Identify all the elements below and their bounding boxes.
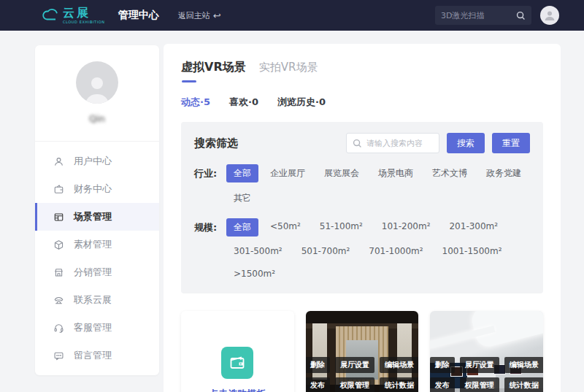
card-actions: 删除展厅设置编辑场景 发布权限管理统计数据 <box>430 357 543 392</box>
sidebar-item-7[interactable]: 客服管理 <box>35 314 159 342</box>
sidebar-item-label: 留言管理 <box>74 349 112 362</box>
filter-chip[interactable]: 其它 <box>226 189 258 207</box>
filter-row-label: 规模: <box>194 218 226 282</box>
sidebar-item-label: 客服管理 <box>74 321 112 334</box>
cube-icon <box>53 239 64 250</box>
sidebar-item-label: 素材管理 <box>74 238 112 251</box>
sub-tab-2[interactable]: 喜欢·0 <box>229 96 258 109</box>
buy-template-label: 点击选购模板 <box>209 388 266 392</box>
sidebar-menu: 用户中心财务中心场景管理素材管理分销管理联系云展客服管理留言管理 <box>35 142 159 369</box>
card-action-button[interactable]: 权限管理 <box>460 377 499 392</box>
card-action-button[interactable]: 权限管理 <box>335 377 374 392</box>
filter-chip[interactable]: 展览展会 <box>317 164 366 182</box>
avatar-person-icon <box>543 9 556 22</box>
search-icon[interactable] <box>516 11 526 20</box>
filter-options: 全部<50m²51-100m²101-200m²201-300m²301-500… <box>226 218 530 282</box>
filter-chip[interactable]: 101-200m² <box>374 218 438 237</box>
filter-rows: 行业: 全部企业展厅展览展会场景电商艺术文博政务党建其它规模: 全部<50m²5… <box>194 164 530 282</box>
filter-chip[interactable]: 501-700m² <box>294 243 358 259</box>
filter-row-2: 规模: 全部<50m²51-100m²101-200m²201-300m²301… <box>194 218 530 282</box>
scene-icon <box>53 212 64 223</box>
filter-chip[interactable]: 场景电商 <box>371 164 420 182</box>
reset-button[interactable]: 重置 <box>492 133 530 153</box>
filter-chip[interactable]: 201-300m² <box>442 218 505 237</box>
sidebar-item-label: 场景管理 <box>74 210 112 223</box>
sub-tabs: 动态·5喜欢·0浏览历史·0 <box>181 96 543 109</box>
scene-card-1[interactable]: 删除展厅设置编辑场景 发布权限管理统计数据 新中式展厅 发布者: 0 0 购买次… <box>306 311 419 392</box>
scene-thumbnail[interactable]: 删除展厅设置编辑场景 发布权限管理统计数据 <box>306 311 419 392</box>
sidebar-item-6[interactable]: 联系云展 <box>35 286 159 314</box>
top-header: 云展 CLOUD EXHIBITION 管理中心 返回主站 ↩ <box>0 0 584 31</box>
search-filter-panel: 搜索筛选 搜索 重置 行业: 全部企业展厅展览展会场景电商艺术文博政务党建其它规… <box>181 122 543 293</box>
wallet-buy-icon <box>221 347 253 379</box>
card-action-button[interactable]: 编辑场景 <box>504 357 543 373</box>
filter-chip[interactable]: 企业展厅 <box>263 164 312 182</box>
card-action-button[interactable]: 统计数据 <box>504 377 543 392</box>
search-icon <box>353 139 362 148</box>
sidebar-item-3[interactable]: 场景管理 <box>35 203 159 231</box>
scene-cards-grid: 点击选购模板 删除展厅设置编辑场景 发布权限管理统计数据 新中式展厅 发布者: … <box>181 311 543 392</box>
card-action-button[interactable]: 删除 <box>306 357 330 373</box>
sidebar-item-5[interactable]: 分销管理 <box>35 258 159 286</box>
card-action-button[interactable]: 删除 <box>430 357 454 373</box>
sidebar-item-1[interactable]: 用户中心 <box>35 147 159 175</box>
message-icon <box>53 350 64 361</box>
card-action-button[interactable]: 统计数据 <box>380 377 418 392</box>
card-actions: 删除展厅设置编辑场景 发布权限管理统计数据 <box>306 357 419 392</box>
sidebar: Qin 用户中心财务中心场景管理素材管理分销管理联系云展客服管理留言管理 <box>35 45 159 375</box>
filter-title: 搜索筛选 <box>194 137 238 150</box>
username: Qin <box>35 113 159 124</box>
sidebar-item-4[interactable]: 素材管理 <box>35 231 159 258</box>
filter-search-input[interactable] <box>366 139 429 148</box>
logo-title: 云展 <box>63 7 105 19</box>
back-to-main-link[interactable]: 返回主站 ↩ <box>178 10 221 21</box>
wallet-icon <box>53 184 64 195</box>
filter-chip[interactable]: <50m² <box>263 218 308 237</box>
buy-template-card[interactable]: 点击选购模板 <box>181 311 294 392</box>
filter-chip[interactable]: 政务党建 <box>479 164 529 182</box>
back-link-label: 返回主站 <box>178 10 210 21</box>
card-action-button[interactable]: 发布 <box>306 377 330 392</box>
sidebar-item-label: 分销管理 <box>74 266 112 279</box>
sidebar-item-label: 用户中心 <box>74 155 112 168</box>
avatar-person-icon <box>81 72 113 104</box>
filter-chip[interactable]: 1001-1500m² <box>435 243 510 259</box>
sidebar-item-label: 联系云展 <box>74 293 112 307</box>
filter-chip[interactable]: 全部 <box>226 164 258 182</box>
logo-subtitle: CLOUD EXHIBITION <box>63 20 105 24</box>
logo[interactable]: 云展 CLOUD EXHIBITION <box>41 7 105 24</box>
filter-chip[interactable]: 301-500m² <box>226 243 290 259</box>
headset-icon <box>53 323 64 334</box>
header-avatar[interactable] <box>540 6 559 25</box>
phone-icon <box>53 295 64 306</box>
filter-chip[interactable]: 701-1000m² <box>361 243 430 259</box>
main-content: 虚拟VR场景实拍VR场景 动态·5喜欢·0浏览历史·0 搜索筛选 搜索 重置 行… <box>164 44 561 392</box>
sidebar-item-label: 财务中心 <box>74 182 112 196</box>
page-tab-1[interactable]: 虚拟VR场景 <box>181 60 246 82</box>
sidebar-item-8[interactable]: 留言管理 <box>35 342 159 369</box>
filter-chip[interactable]: 艺术文博 <box>425 164 474 182</box>
card-action-button[interactable]: 发布 <box>430 377 454 392</box>
cloud-logo-icon <box>41 7 60 23</box>
filter-row-1: 行业: 全部企业展厅展览展会场景电商艺术文博政务党建其它 <box>194 164 530 207</box>
card-action-button[interactable]: 展厅设置 <box>335 357 374 373</box>
sub-tab-3[interactable]: 浏览历史·0 <box>277 96 326 109</box>
header-search-box[interactable] <box>435 6 531 25</box>
filter-search-box[interactable] <box>346 133 439 153</box>
sidebar-item-2[interactable]: 财务中心 <box>35 175 159 203</box>
card-action-button[interactable]: 编辑场景 <box>380 357 418 373</box>
scene-thumbnail[interactable]: 删除展厅设置编辑场景 发布权限管理统计数据 <box>430 311 543 392</box>
search-button[interactable]: 搜索 <box>447 133 485 153</box>
user-avatar[interactable] <box>76 61 118 104</box>
shop-icon <box>53 267 64 278</box>
sub-tab-1[interactable]: 动态·5 <box>181 96 210 109</box>
page-tab-2[interactable]: 实拍VR场景 <box>259 61 318 74</box>
filter-chip[interactable]: 全部 <box>226 218 258 237</box>
scene-card-2[interactable]: 删除展厅设置编辑场景 发布权限管理统计数据 灵感-科技-出众-3D... 发布者… <box>430 311 543 392</box>
card-action-button[interactable]: 展厅设置 <box>460 357 499 373</box>
filter-chip[interactable]: 51-100m² <box>312 218 370 237</box>
admin-center-title: 管理中心 <box>118 9 159 22</box>
filter-chip[interactable]: >1500m² <box>226 266 283 282</box>
header-search-input[interactable] <box>441 11 516 20</box>
page-tabs: 虚拟VR场景实拍VR场景 <box>181 60 543 82</box>
